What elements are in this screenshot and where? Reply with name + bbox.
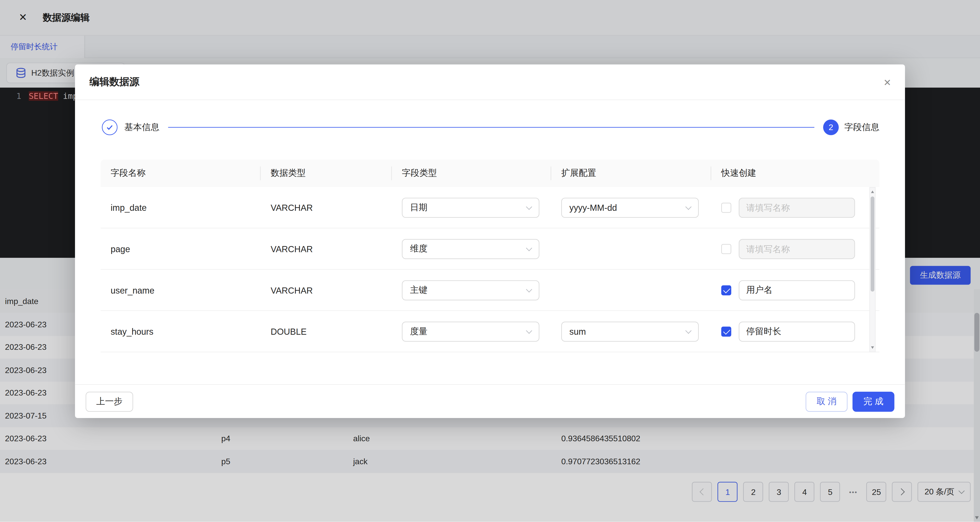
chevron-down-icon — [526, 203, 532, 209]
quick-create-checkbox[interactable] — [721, 202, 731, 212]
field-type-select[interactable]: 度量 — [402, 321, 539, 342]
edit-datasource-modal: 编辑数据源 ✕ 基本信息 2 字段信息 字段名称 数据类型 字 — [75, 64, 905, 418]
field-type-value: 日期 — [410, 202, 428, 213]
step-title: 基本信息 — [124, 121, 159, 133]
column-header-ext-config: 扩展配置 — [551, 160, 711, 187]
column-header-field-type: 字段类型 — [392, 160, 551, 187]
field-type-select[interactable]: 日期 — [402, 198, 539, 217]
quick-name-input[interactable] — [739, 280, 855, 300]
modal-title: 编辑数据源 — [89, 75, 139, 88]
ext-config-value: sum — [570, 326, 586, 336]
field-name: stay_hours — [100, 326, 261, 336]
screen: ✕ 数据源编辑 停留时长统计 H2数据实例 1 SELECT imp 生成数据源… — [0, 0, 980, 522]
ext-config-select[interactable]: yyyy-MM-dd — [561, 198, 699, 217]
data-type: VARCHAR — [261, 202, 392, 212]
step-title: 字段信息 — [845, 121, 880, 133]
column-header-data-type: 数据类型 — [261, 160, 392, 187]
chevron-down-icon — [526, 327, 532, 334]
quick-create-checkbox[interactable] — [721, 244, 731, 254]
quick-create-checkbox[interactable] — [721, 326, 731, 336]
quick-name-input[interactable] — [739, 198, 855, 217]
field-type-select[interactable]: 主键 — [402, 280, 539, 300]
step-number-circle: 2 — [823, 120, 838, 135]
modal-header: 编辑数据源 — [75, 64, 905, 100]
field-type-value: 主键 — [410, 284, 428, 295]
field-name: user_name — [100, 285, 261, 295]
chevron-down-icon — [685, 327, 691, 334]
field-name: page — [100, 244, 261, 254]
steps-bar: 基本信息 2 字段信息 — [102, 120, 880, 135]
scroll-down-icon[interactable] — [871, 346, 874, 349]
modal-footer: 上一步 取 消 完 成 — [75, 384, 905, 418]
field-row-page: page VARCHAR 维度 — [100, 228, 879, 270]
field-row-stay-hours: stay_hours DOUBLE 度量 sum — [100, 311, 879, 352]
column-header-field-name: 字段名称 — [100, 160, 261, 187]
data-type: VARCHAR — [261, 244, 392, 254]
field-row-user-name: user_name VARCHAR 主键 — [100, 270, 879, 311]
scrollbar-thumb[interactable] — [870, 196, 874, 292]
quick-name-input[interactable] — [739, 321, 855, 342]
quick-create-checkbox[interactable] — [721, 285, 731, 295]
step-connector-line — [168, 127, 815, 128]
ext-config-value: yyyy-MM-dd — [570, 202, 617, 212]
close-icon[interactable]: ✕ — [883, 78, 891, 87]
field-table: 字段名称 数据类型 字段类型 扩展配置 快速创建 imp_date VARCHA… — [100, 160, 879, 352]
chevron-down-icon — [526, 245, 532, 251]
step-finished-circle — [102, 120, 118, 135]
previous-step-button[interactable]: 上一步 — [86, 391, 133, 411]
field-type-value: 度量 — [410, 326, 428, 337]
field-table-header: 字段名称 数据类型 字段类型 扩展配置 快速创建 — [100, 160, 879, 187]
field-type-value: 维度 — [410, 243, 428, 254]
data-type: DOUBLE — [261, 326, 392, 336]
check-icon — [106, 123, 114, 131]
step-basic-info[interactable]: 基本信息 — [102, 120, 159, 135]
quick-name-input[interactable] — [739, 239, 855, 259]
table-scrollbar[interactable] — [870, 187, 876, 352]
field-name: imp_date — [100, 202, 261, 212]
scroll-up-icon[interactable] — [871, 191, 874, 193]
chevron-down-icon — [526, 286, 532, 292]
data-type: VARCHAR — [261, 285, 392, 295]
column-header-quick-create: 快速创建 — [711, 160, 880, 187]
field-row-imp-date: imp_date VARCHAR 日期 yyyy-MM-dd — [100, 187, 879, 228]
cancel-button[interactable]: 取 消 — [806, 391, 848, 411]
finish-button[interactable]: 完 成 — [853, 391, 894, 411]
ext-config-select[interactable]: sum — [561, 321, 699, 342]
field-type-select[interactable]: 维度 — [402, 239, 539, 259]
chevron-down-icon — [685, 203, 691, 209]
step-field-info[interactable]: 2 字段信息 — [823, 120, 879, 135]
